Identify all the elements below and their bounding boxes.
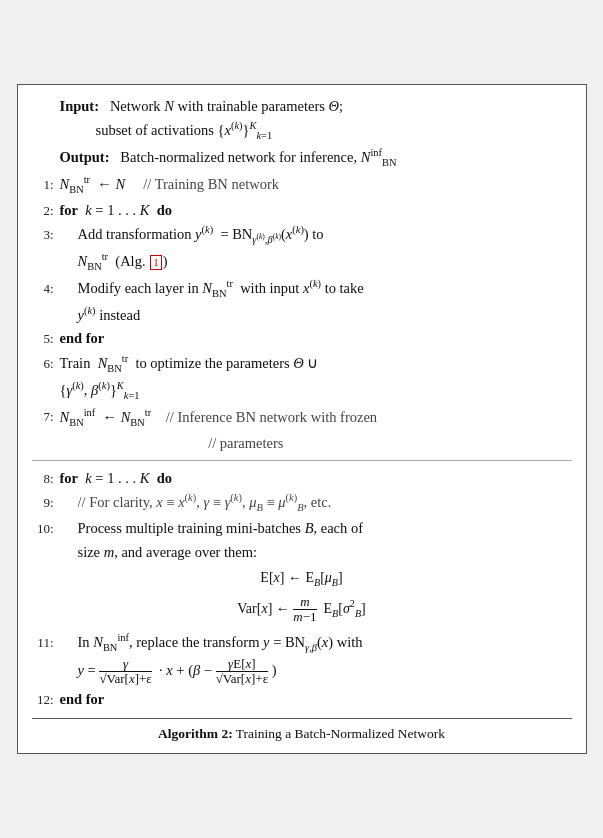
sub-B9: B [256,502,262,513]
content-9: // For clarity, x ≡ x(k), γ ≡ γ(k), μB ≡… [60,490,572,516]
content-2: for k = 1 . . . K do [60,199,572,221]
input-content: Input: Network N with trainable paramete… [60,95,572,117]
math-Nbn-tr-7: N [121,408,131,424]
num-7: 7: [32,407,54,427]
output-line: Output: Batch-normalized network for inf… [32,145,572,171]
content-10b: size m, and average over them: [60,541,572,563]
num-1: 1: [32,175,54,195]
input-line: Input: Network N with trainable paramete… [32,95,572,117]
content-3b: NBNtr (Alg. 1) [60,249,572,275]
math-Nbn-tr-3: N [78,253,88,269]
sub-sup-k2: (k) [273,232,281,241]
alg-line-7: 7: NBNinf ← NBNtr // Inference BN networ… [32,405,572,431]
math-sigma-eq2: σ [343,601,350,616]
sup-inf: inf [370,147,382,158]
for-keyword-8: for [60,470,79,486]
sup-k6b: (k) [98,380,110,391]
caption-area: Algorithm 2: Training a Batch-Normalized… [32,718,572,745]
content-11b: y = γ √Var[x]+ε · x + (β − γE[x] √Var[x]… [60,657,572,687]
num-10: 10: [32,519,54,539]
sub-BN-1: BN [69,184,84,195]
algorithm-box: Input: Network N with trainable paramete… [17,84,587,754]
math-K8: K [140,470,150,486]
frac-be-den: √Var[x]+ε [216,672,268,686]
math-x9: x [156,494,162,510]
math-Nbn-tr-6: N [98,355,108,371]
content-10: Process multiple training mini-batches B… [60,517,572,539]
sub-B-mu: B [332,577,338,588]
alg-line-8: 8: for k = 1 . . . K do [32,467,572,489]
frac-beta-expr: γE[x] √Var[x]+ε [216,657,268,687]
alg-line-6: 6: Train NBNtr to optimize the parameter… [32,351,572,377]
comment-7: // Inference BN network with frozen [166,408,377,424]
sup-inf-7: inf [84,407,96,418]
sup-k3b: (k) [292,224,304,235]
num-2: 2: [32,201,54,221]
sup-k6: (k) [72,380,84,391]
caption-bold: Algorithm 2: [158,726,233,741]
frac-num: m [300,595,309,609]
sub-B9b: B [297,502,303,513]
alg-line-3b: NBNtr (Alg. 1) [32,249,572,275]
math-Nbn-tr-4: N [202,280,212,296]
sub-BN-3: BN [87,261,102,272]
math-gamma9: γ [203,494,209,510]
sub-k1: k=1 [256,130,272,141]
sup-tr-7: tr [145,407,151,418]
math-Ninf: N [361,149,371,165]
content-7: NBNinf ← NBNtr // Inference BN network w… [60,405,572,431]
sup-k4b: (k) [84,305,96,316]
sub-BN-11: BN [103,642,118,653]
alg-line-1: 1: NBNtr ← N // Training BN network [32,172,572,198]
math-Ninf-11: N [93,634,103,650]
math-x11: x [322,634,328,650]
eq-variance: Var[x] ← m m−1 EB[σ2B] [32,595,572,625]
frac-gamma-den: √Var[x]+ε [99,672,151,686]
sup-k3: (k) [202,224,214,235]
math-beta11: β [193,662,200,678]
sup-tr-6: tr [122,353,128,364]
alg-line-11: 11: In NBNinf, replace the transform y =… [32,630,572,656]
caption-text: Training a Batch-Normalized Network [236,726,445,741]
alg-line-9: 9: // For clarity, x ≡ x(k), γ ≡ γ(k), μ… [32,490,572,516]
content-6b: {γ(k), β(k)}Kk=1 [60,378,572,404]
math-y11: y [263,634,269,650]
sub-BN-6: BN [107,363,122,374]
content-3: Add transformation y(k) = BNγ(k),β(k)(x(… [60,222,572,248]
alg-ref-1[interactable]: 1 [150,255,162,270]
output-label: Output: [60,149,110,165]
num-12: 12: [32,690,54,710]
math-x-eq1: x [274,570,280,585]
sup-k9b: (k) [230,492,242,503]
sub-k1-6: k=1 [124,389,140,400]
comment-7b: // parameters [208,435,283,451]
content-6: Train NBNtr to optimize the parameters Θ… [60,351,572,377]
alg-line-7b: // parameters [32,432,572,454]
frac-den: m−1 [293,610,316,624]
math-k8: k [85,470,91,486]
math-Ninf-7: N [60,408,70,424]
math-B10: B [305,520,314,536]
math-m10: m [104,544,114,560]
sup-inf-11: inf [117,632,129,643]
alg-line-6b: {γ(k), β(k)}Kk=1 [32,378,572,404]
do-keyword-8: do [157,470,172,486]
frac-gamma-num: γ [123,657,128,671]
math-k: k [85,202,91,218]
sub-B-sigma: B [355,608,361,619]
content-5: end for [60,327,572,349]
math-N1: N [115,176,125,192]
math-N: N [164,98,174,114]
input-label: Input: [60,98,100,114]
input-content2: subset of activations {x(k)}Kk=1 [60,118,572,144]
math-theta: Θ [329,98,339,114]
math-mu-eq1: μ [325,570,332,585]
sup-tr-4: tr [227,278,233,289]
alg-line-11b: y = γ √Var[x]+ε · x + (β − γE[x] √Var[x]… [32,657,572,687]
math-x11c: x [166,662,172,678]
frac-gamma-var: γ √Var[x]+ε [99,657,151,687]
math-x-eq2: x [261,601,267,616]
sup-tr-3: tr [102,251,108,262]
for-keyword: for [60,202,79,218]
content-4: Modify each layer in NBNtr with input x(… [60,276,572,302]
